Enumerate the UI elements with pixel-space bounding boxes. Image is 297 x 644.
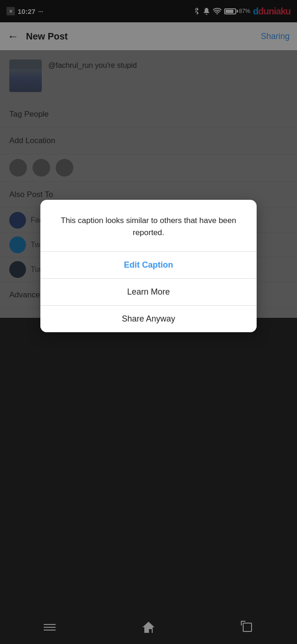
edit-caption-button[interactable]: Edit Caption: [40, 252, 257, 278]
learn-more-button[interactable]: Learn More: [40, 279, 257, 305]
caption-warning-dialog: This caption looks similar to others tha…: [40, 200, 257, 332]
dialog-message-text: This caption looks similar to others tha…: [61, 216, 236, 237]
share-anyway-button[interactable]: Share Anyway: [40, 306, 257, 332]
dialog-message: This caption looks similar to others tha…: [40, 200, 257, 251]
